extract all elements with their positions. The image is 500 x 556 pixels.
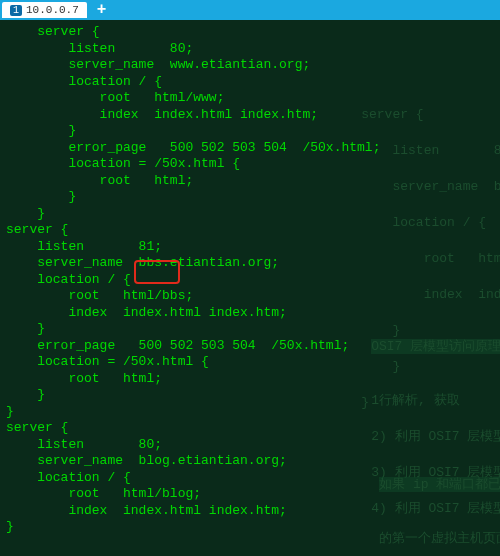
code-line: server { <box>6 24 100 39</box>
code-line: root html; <box>6 173 193 188</box>
code-line: error_page 500 502 503 504 /50x.html; <box>6 338 349 353</box>
code-line: root html/www; <box>6 90 224 105</box>
tab-terminal[interactable]: 1 10.0.0.7 <box>2 2 87 18</box>
code-line: } <box>6 404 14 419</box>
code-line: server_name blog.etiantian.org; <box>6 453 287 468</box>
code-line: } <box>6 519 14 534</box>
tab-add-button[interactable]: + <box>91 1 113 19</box>
code-line: location = /50x.html { <box>6 354 209 369</box>
code-line: root html/bbs; <box>6 288 193 303</box>
code-line: location / { <box>6 470 131 485</box>
code-line: index index.html index.htm; <box>6 503 287 518</box>
code-line: server { <box>6 420 68 435</box>
code-line: listen 81; <box>6 239 162 254</box>
code-line: server_name www.etiantian.org; <box>6 57 310 72</box>
code-line: location / { <box>6 272 131 287</box>
code-line: } <box>6 206 45 221</box>
code-line: } <box>6 387 45 402</box>
code-line: } <box>6 189 76 204</box>
code-line: } <box>6 123 76 138</box>
tab-index: 1 <box>10 5 22 16</box>
tab-title: 10.0.0.7 <box>26 4 79 16</box>
code-line: location / { <box>6 74 162 89</box>
highlight-box <box>134 260 180 284</box>
code-line: root html/blog; <box>6 486 201 501</box>
tab-bar: 1 10.0.0.7 + <box>0 0 500 20</box>
code-line: root html; <box>6 371 162 386</box>
code-line: error_page 500 502 503 504 /50x.html; <box>6 140 380 155</box>
terminal-body: server { listen 80; server_name blog.e l… <box>0 20 500 540</box>
code-line: server { <box>6 222 68 237</box>
config-code[interactable]: server { listen 80; server_name www.etia… <box>0 20 500 540</box>
code-line: listen 80; <box>6 41 193 56</box>
code-line: location = /50x.html { <box>6 156 240 171</box>
code-line: index index.html index.htm; <box>6 305 287 320</box>
code-line: index index.html index.htm; <box>6 107 318 122</box>
code-line: } <box>6 321 45 336</box>
code-line: listen 80; <box>6 437 162 452</box>
